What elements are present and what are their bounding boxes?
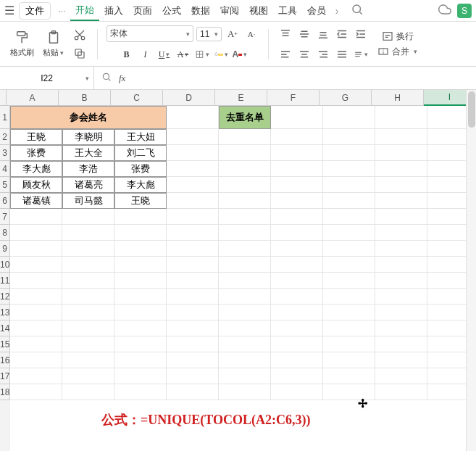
cloud-icon[interactable] — [438, 3, 451, 18]
more-dots[interactable]: ··· — [54, 5, 70, 16]
align-justify-icon[interactable] — [334, 46, 350, 62]
cell[interactable] — [114, 273, 167, 289]
tab-view[interactable]: 视图 — [244, 1, 273, 20]
cell[interactable] — [271, 336, 323, 352]
cell[interactable] — [219, 209, 271, 225]
cell[interactable] — [375, 225, 427, 241]
cell[interactable] — [323, 336, 375, 352]
cell[interactable] — [62, 352, 114, 368]
data-cell[interactable]: 司马懿 — [62, 193, 114, 209]
merged-header-title[interactable]: 参会姓名 — [10, 106, 167, 129]
col-header-D[interactable]: D — [163, 90, 215, 106]
cell[interactable] — [271, 129, 323, 145]
cell[interactable] — [271, 257, 323, 273]
cell[interactable] — [62, 320, 114, 336]
dedup-header[interactable]: 去重名单 — [219, 106, 271, 129]
row-header-17[interactable]: 17 — [0, 368, 10, 384]
data-cell[interactable]: 李晓明 — [62, 129, 114, 145]
cell[interactable] — [375, 273, 427, 289]
cell[interactable] — [375, 352, 427, 368]
row-header-5[interactable]: 5 — [0, 177, 10, 193]
cell[interactable] — [323, 241, 375, 257]
row-header-12[interactable]: 12 — [0, 289, 10, 305]
cell[interactable] — [323, 209, 375, 225]
cell[interactable] — [114, 225, 167, 241]
cell[interactable] — [323, 225, 375, 241]
cell[interactable] — [62, 241, 114, 257]
col-header-E[interactable]: E — [215, 90, 267, 106]
cell[interactable] — [114, 305, 167, 320]
indent-increase-icon[interactable] — [353, 26, 369, 42]
fill-color-icon[interactable]: ▾ — [213, 46, 229, 62]
user-avatar[interactable]: S — [457, 4, 472, 18]
cell[interactable] — [375, 257, 427, 273]
cell[interactable] — [10, 241, 62, 257]
cell[interactable] — [167, 106, 219, 129]
data-cell[interactable]: 王晓 — [10, 129, 62, 145]
cell[interactable] — [219, 273, 271, 289]
cell[interactable] — [62, 225, 114, 241]
cell[interactable] — [219, 384, 271, 400]
cell[interactable] — [271, 320, 323, 336]
cell[interactable] — [271, 209, 323, 225]
data-cell[interactable]: 张费 — [10, 145, 62, 161]
cell[interactable] — [167, 384, 219, 400]
cell[interactable] — [167, 145, 219, 161]
cell[interactable] — [114, 368, 167, 384]
cancel-formula-icon[interactable] — [101, 72, 112, 84]
cell[interactable] — [62, 273, 114, 289]
cell[interactable] — [323, 177, 375, 193]
cell[interactable] — [62, 368, 114, 384]
col-header-B[interactable]: B — [59, 90, 111, 106]
cell[interactable] — [167, 257, 219, 273]
cell[interactable] — [10, 225, 62, 241]
align-bottom-icon[interactable] — [315, 26, 331, 42]
row-header-1[interactable]: 1 — [0, 106, 10, 129]
data-cell[interactable]: 王大全 — [62, 145, 114, 161]
tab-formula[interactable]: 公式 — [157, 1, 186, 20]
cell[interactable] — [167, 241, 219, 257]
cell[interactable] — [323, 145, 375, 161]
cell[interactable] — [271, 305, 323, 320]
data-cell[interactable]: 诸葛亮 — [62, 177, 114, 193]
row-header-7[interactable]: 7 — [0, 209, 10, 225]
cell[interactable] — [375, 336, 427, 352]
align-right-icon[interactable] — [315, 46, 331, 62]
file-menu[interactable]: 文件 — [19, 2, 51, 20]
cell[interactable] — [114, 320, 167, 336]
cell[interactable] — [375, 209, 427, 225]
copy-icon[interactable] — [71, 45, 88, 62]
tab-home[interactable]: 开始 — [70, 1, 99, 21]
cell[interactable] — [10, 289, 62, 305]
cell[interactable] — [167, 209, 219, 225]
row-header-4[interactable]: 4 — [0, 161, 10, 177]
tab-insert[interactable]: 插入 — [99, 1, 128, 20]
cell[interactable] — [271, 161, 323, 177]
cell[interactable] — [114, 209, 167, 225]
cell[interactable] — [375, 320, 427, 336]
chevron-down-icon[interactable]: ▾ — [85, 75, 89, 82]
row-header-6[interactable]: 6 — [0, 193, 10, 209]
cell[interactable] — [62, 336, 114, 352]
cell[interactable] — [219, 289, 271, 305]
row-header-11[interactable]: 11 — [0, 273, 10, 289]
align-top-icon[interactable] — [277, 26, 293, 42]
cell[interactable] — [323, 289, 375, 305]
cell[interactable] — [114, 241, 167, 257]
tab-page[interactable]: 页面 — [128, 1, 157, 20]
align-middle-icon[interactable] — [296, 26, 312, 42]
data-cell[interactable]: 李浩 — [62, 161, 114, 177]
col-header-C[interactable]: C — [111, 90, 163, 106]
cell[interactable] — [375, 129, 427, 145]
cell[interactable] — [375, 193, 427, 209]
cell[interactable] — [62, 257, 114, 273]
tab-tools[interactable]: 工具 — [273, 1, 302, 20]
row-header-8[interactable]: 8 — [0, 225, 10, 241]
cell[interactable] — [375, 241, 427, 257]
data-cell[interactable]: 顾友秋 — [10, 177, 62, 193]
cell[interactable] — [10, 352, 62, 368]
col-header-F[interactable]: F — [267, 90, 320, 106]
cell[interactable] — [271, 177, 323, 193]
name-box[interactable]: I22 ▾ — [0, 67, 94, 89]
cell[interactable] — [114, 289, 167, 305]
